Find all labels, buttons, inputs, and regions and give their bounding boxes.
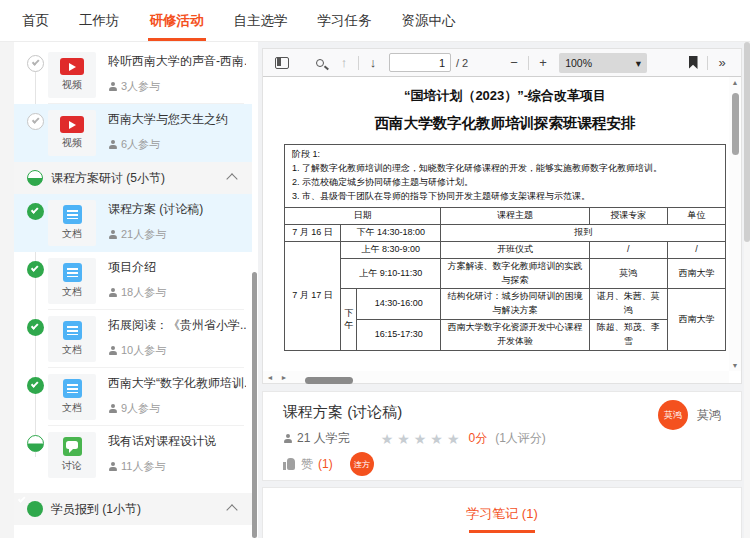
document-icon [63, 321, 82, 340]
video-thumbnail: 视频 [48, 110, 96, 156]
person-icon [283, 434, 292, 443]
pdf-toolbar: ↑ ↓ / 2 − + 100% ▾ » [263, 49, 741, 77]
chevron-down-icon: ▾ [636, 57, 641, 69]
scroll-down-icon[interactable]: ▼ [729, 362, 741, 369]
page-number-input[interactable] [389, 53, 451, 72]
sidebar-toggle-icon[interactable] [273, 53, 291, 73]
cell-expert: 谌月、朱茜、莫鸿 [589, 289, 667, 320]
check-circle-icon [27, 261, 44, 278]
person-icon [108, 404, 117, 413]
page-down-icon[interactable]: ↓ [364, 53, 382, 73]
nav-item-home[interactable]: 首页 [20, 0, 51, 42]
outline-item-video-1[interactable]: 视频 聆听西南大学的声音-西南... 3人参与 [14, 46, 252, 104]
outline-item-discussion[interactable]: 讨论 我有话对课程设计说 11人参与 [14, 426, 252, 484]
app-window: 首页 工作坊 研修活动 自主选学 学习任务 资源中心 视频 聆听西南大学的声音-… [0, 0, 750, 538]
search-icon[interactable] [311, 53, 329, 73]
half-complete-icon [27, 435, 44, 452]
scroll-left-icon[interactable]: ◄ [263, 374, 277, 381]
outline-item-doc-2[interactable]: 文档 项目介绍 18人参与 [14, 252, 252, 310]
video-thumbnail: 视频 [48, 52, 96, 98]
item-type-badge: 视频 [62, 78, 82, 92]
outline-item-video-2[interactable]: 视频 西南大学与您天生之约 6人参与 [14, 104, 252, 162]
table-intro-cell: 阶段 1: 1. 了解数字化教师培训的理念，知晓数字化研修课程的开发，能够实施教… [285, 145, 726, 208]
section-title: 学员报到 (1小节) [51, 501, 141, 518]
page-scrollbar[interactable] [744, 42, 750, 538]
pdf-horizontal-scrollbar[interactable]: ◄ ► [263, 371, 729, 383]
document-title-line2: 西南大学数字化教师培训探索班课程安排 [284, 114, 726, 133]
pdf-viewer: ↑ ↓ / 2 − + 100% ▾ » “国培计划（2023）”-综合改革项目… [262, 48, 742, 384]
bookmark-icon[interactable] [684, 53, 702, 73]
cell-topic: 报到 [441, 224, 726, 241]
discussion-thumbnail: 讨论 [48, 432, 96, 478]
cell-time: 上午 9:10-11:30 [341, 258, 441, 289]
rating-stars[interactable]: ★★★★★ [381, 431, 464, 447]
like-label[interactable]: 赞 [301, 456, 313, 473]
outline-item-doc-1[interactable]: 文档 课程方案 (讨论稿) 21人参与 [14, 194, 252, 252]
course-outline-sidebar: 视频 聆听西南大学的声音-西南... 3人参与 视频 西南大学与您天生之约 6人… [14, 42, 252, 538]
tab-study-notes[interactable]: 学习笔记 (1) [466, 505, 538, 523]
item-type-badge: 文档 [62, 401, 82, 415]
participants-count: 10人参与 [121, 343, 166, 358]
nav-item-training-activities[interactable]: 研修活动 [148, 0, 206, 42]
stage-label: 阶段 1: [292, 148, 718, 162]
item-title: 我有话对课程设计说 [108, 433, 246, 450]
nav-item-self-study[interactable]: 自主选学 [232, 0, 290, 42]
pdf-vertical-scrollbar[interactable]: ▲ ▼ [729, 77, 741, 371]
cell-date: 7 月 16 日 [285, 224, 341, 241]
chat-bubble-icon [63, 437, 82, 456]
col-header-expert: 授课专家 [589, 207, 667, 224]
liker-avatar[interactable]: 连方 [350, 452, 374, 476]
check-circle-icon [27, 55, 44, 72]
participants-count: 21人参与 [121, 227, 166, 242]
cell-ampm: 下午 [341, 289, 357, 351]
check-circle-icon [27, 501, 43, 517]
person-icon [108, 346, 117, 355]
likes-row: 赞 (1) 连方 [283, 452, 374, 476]
thumbs-up-icon[interactable] [283, 458, 296, 470]
video-play-icon [60, 116, 84, 133]
author-avatar[interactable]: 莫鸿 [658, 400, 688, 430]
page-up-icon[interactable]: ↑ [335, 53, 353, 73]
document-title-line1: “国培计划（2023）”-综合改革项目 [284, 87, 726, 105]
cell-date: 7 月 17 日 [285, 241, 341, 351]
outline-item-doc-4[interactable]: 文档 西南大学“数字化教师培训... 9人参与 [14, 368, 252, 426]
outline-section-checkin[interactable]: 学员报到 (1小节) [14, 493, 252, 525]
table-row: 7 月 17 日 上午 8:30-9:00 开班仪式 / / [285, 241, 726, 258]
zoom-in-icon[interactable]: + [534, 53, 552, 73]
cell-topic: 西南大学数字化资源开发中心课程开发体验 [441, 320, 589, 351]
table-row: 7 月 16 日 下午 14:30-18:00 报到 [285, 224, 726, 241]
nav-item-learning-tasks[interactable]: 学习任务 [316, 0, 374, 42]
nav-item-resource-center[interactable]: 资源中心 [400, 0, 458, 42]
person-icon [108, 230, 117, 239]
outline-section-discussion[interactable]: 课程方案研讨 (5小节) [14, 162, 252, 194]
participants-count: 11人参与 [121, 459, 165, 474]
vertical-scroll-thumb[interactable] [732, 93, 739, 155]
divider [707, 56, 708, 70]
zoom-level-select[interactable]: 100% ▾ [559, 53, 647, 73]
like-count: (1) [318, 457, 333, 471]
outline-item-doc-3[interactable]: 文档 拓展阅读：《贵州省小学... 10人参与 [14, 310, 252, 368]
rating-score: 0分 [468, 430, 487, 447]
section-title: 课程方案研讨 (5小节) [51, 170, 165, 187]
stats-row: 21 人学完 ★★★★★ 0分 (1人评分) [283, 430, 546, 447]
nav-item-workshop[interactable]: 工作坊 [77, 0, 122, 42]
page-scroll-thumb[interactable] [744, 42, 750, 242]
notes-panel: 学习笔记 (1) [262, 487, 742, 538]
item-type-badge: 讨论 [62, 459, 82, 473]
resource-detail-panel: 课程方案 (讨论稿) 莫鸿 莫鸿 21 人学完 ★★★★★ 0分 (1人评分) … [262, 391, 742, 481]
horizontal-scroll-thumb[interactable] [305, 377, 353, 384]
sidebar-scrollbar[interactable] [252, 272, 257, 538]
chevron-up-icon[interactable] [226, 504, 237, 515]
item-title: 课程方案 (讨论稿) [108, 201, 246, 218]
table-row: 下午 14:30-16:00 结构化研讨：城乡协同研训的困境与解决方案 谌月、朱… [285, 289, 726, 320]
chevron-up-icon[interactable] [226, 173, 237, 184]
goal-2: 2. 示范校确定城乡协同研修主题与研修计划。 [292, 176, 718, 190]
zoom-out-icon[interactable]: − [505, 53, 523, 73]
check-circle-icon [27, 113, 44, 130]
doc-thumbnail: 文档 [48, 200, 96, 246]
more-tools-icon[interactable]: » [713, 53, 731, 73]
scroll-up-icon[interactable]: ▲ [729, 79, 741, 86]
half-complete-icon [27, 170, 43, 186]
scroll-right-icon[interactable]: ► [277, 374, 291, 381]
doc-thumbnail: 文档 [48, 258, 96, 304]
